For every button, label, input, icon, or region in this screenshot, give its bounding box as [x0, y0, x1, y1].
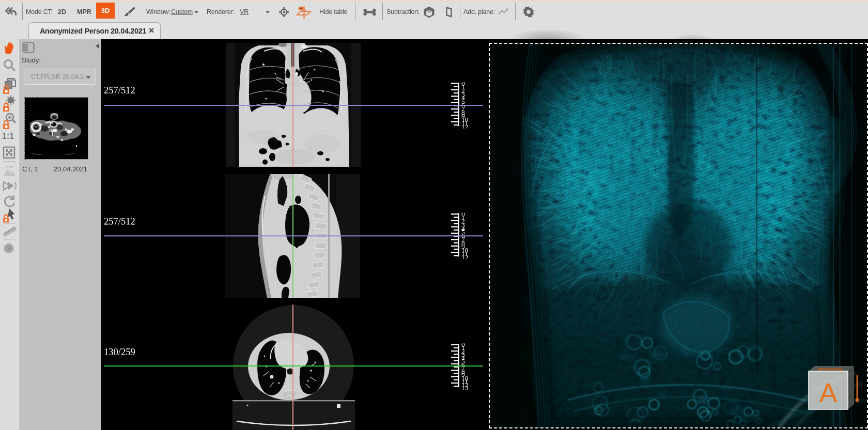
svg-text:12: 12: [461, 123, 469, 129]
svg-text:13: 13: [461, 384, 469, 390]
svg-text:12: 12: [461, 253, 469, 259]
svg-text:A: A: [819, 378, 838, 408]
